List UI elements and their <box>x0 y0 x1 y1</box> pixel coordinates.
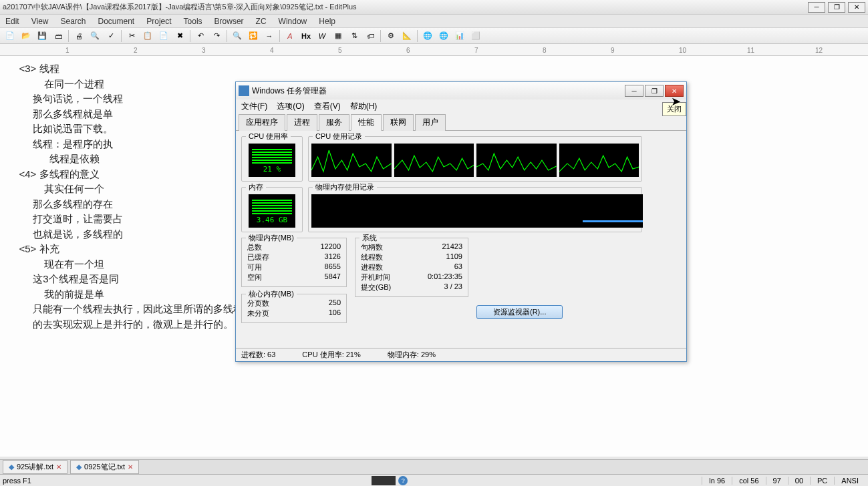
kernel-paged-value: 250 <box>329 298 341 308</box>
lab-icon[interactable]: 🏷 <box>363 29 378 43</box>
paste-icon[interactable]: 📄 <box>156 29 171 43</box>
tm-menu-help[interactable]: 帮助(H) <box>350 101 378 112</box>
save-icon[interactable]: 💾 <box>35 29 49 43</box>
sys-handles-value: 21423 <box>442 242 462 252</box>
ime-icon[interactable] <box>372 476 396 485</box>
menu-edit[interactable]: Edit <box>5 17 19 26</box>
tab-label: 925讲解.txt <box>17 462 53 472</box>
open-file-icon[interactable]: 📂 <box>19 29 33 43</box>
system-box: 系统 句柄数21423 线程数1109 进程数63 开机时间0:01:23:35… <box>355 238 468 297</box>
memory-value: 3.46 GB <box>257 216 287 224</box>
menu-browser[interactable]: Browser <box>214 17 244 26</box>
tm-menu-options[interactable]: 选项(O) <box>277 101 304 112</box>
tool3-icon[interactable]: 📊 <box>452 29 467 43</box>
tm-menu-file[interactable]: 文件(F) <box>241 101 267 112</box>
cut-icon[interactable]: ✂ <box>124 29 139 43</box>
tm-status-memory: 物理内存: 29% <box>388 350 436 360</box>
goto-icon[interactable]: → <box>262 29 277 43</box>
grid-icon[interactable]: ▦ <box>331 29 345 43</box>
find-icon[interactable]: 🔍 <box>230 29 245 43</box>
tm-tab-performance[interactable]: 性能 <box>351 114 382 131</box>
font-a-icon[interactable]: A <box>283 29 297 43</box>
ruler-9: 9 <box>611 47 615 54</box>
w-icon[interactable]: W <box>315 29 329 43</box>
tm-tabs: 应用程序 进程 服务 性能 联网 用户 <box>236 114 686 131</box>
ruler-7: 7 <box>474 47 478 54</box>
tool-icon[interactable]: ⚙ <box>384 29 398 43</box>
tm-maximize-button[interactable]: ❐ <box>645 85 664 97</box>
menu-view[interactable]: View <box>31 17 49 26</box>
separator <box>227 30 227 42</box>
cpu-usage-label: CPU 使用率 <box>246 132 291 142</box>
ruler-10: 10 <box>679 47 686 54</box>
status-col: col 56 <box>732 477 765 485</box>
sys-threads-label: 线程数 <box>361 252 383 262</box>
undo-icon[interactable]: ↶ <box>193 29 208 43</box>
close-icon[interactable]: ✕ <box>128 463 133 471</box>
physmem-cache-label: 已缓存 <box>247 252 269 262</box>
close-button[interactable]: ✕ <box>848 2 865 13</box>
hx-icon[interactable]: Hx <box>299 29 313 43</box>
print-icon[interactable]: 🖨 <box>71 29 86 43</box>
physmem-avail-label: 可用 <box>247 262 262 272</box>
physmem-cache-value: 3126 <box>325 252 341 262</box>
tm-tab-apps[interactable]: 应用程序 <box>239 114 285 131</box>
tm-tab-services[interactable]: 服务 <box>319 114 349 131</box>
spellcheck-icon[interactable]: ✓ <box>104 29 118 43</box>
physmem-title: 物理内存(MB) <box>246 233 297 243</box>
copy-icon[interactable]: 📋 <box>140 29 155 43</box>
tm-title-bar[interactable]: Windows 任务管理器 ─ ❐ ✕ <box>236 82 686 99</box>
tm-menu-view[interactable]: 查看(V) <box>314 101 341 112</box>
browser1-icon[interactable]: 🌐 <box>420 29 435 43</box>
minimize-button[interactable]: ─ <box>808 2 825 13</box>
close-icon[interactable]: ✕ <box>56 463 61 471</box>
sys-uptime-value: 0:01:23:35 <box>428 272 462 282</box>
document-tab-bar: ◆ 925讲解.txt ✕ ◆ 0925笔记.txt ✕ <box>0 459 868 474</box>
menu-zc[interactable]: ZC <box>256 17 267 26</box>
status-bar: press F1 ? ln 96 col 56 97 00 PC ANSI <box>0 474 868 486</box>
title-bar: a201707\中软JAVA课件\【Java课程体系2017版】-Java编程语… <box>0 0 868 15</box>
tm-tab-processes[interactable]: 进程 <box>287 114 317 131</box>
memory-history-group: 物理内存使用记录 <box>308 187 642 232</box>
separator <box>279 30 280 42</box>
menu-search[interactable]: Search <box>60 17 86 26</box>
cpu-core-3-graph <box>476 144 557 177</box>
resource-monitor-button[interactable]: 资源监视器(R)... <box>476 305 563 319</box>
tm-tab-users[interactable]: 用户 <box>415 114 446 131</box>
status-line: ln 96 <box>702 477 732 485</box>
kernel-nonpaged-value: 106 <box>329 308 341 318</box>
menu-tools[interactable]: Tools <box>184 17 202 26</box>
menu-help[interactable]: Help <box>319 17 335 26</box>
save-all-icon[interactable]: 🗃 <box>51 29 65 43</box>
tm-minimize-button[interactable]: ─ <box>625 85 643 97</box>
tool4-icon[interactable]: ⬜ <box>468 29 483 43</box>
memory-history-label: 物理内存使用记录 <box>313 182 377 192</box>
menu-document[interactable]: Document <box>98 17 135 26</box>
task-manager-window: Windows 任务管理器 ─ ❐ ✕ ➤ 关闭 文件(F) 选项(O) 查看(… <box>235 81 687 362</box>
tool2-icon[interactable]: 📐 <box>400 29 414 43</box>
new-file-icon[interactable]: 📄 <box>3 29 17 43</box>
kernel-title: 核心内存(MB) <box>246 289 297 299</box>
tm-tab-network[interactable]: 联网 <box>383 114 414 131</box>
file-tab-1[interactable]: ◆ 925讲解.txt ✕ <box>3 460 67 474</box>
cpu-history-group: CPU 使用记录 <box>308 136 642 182</box>
replace-icon[interactable]: 🔁 <box>246 29 261 43</box>
arrows-icon[interactable]: ⇅ <box>347 29 361 43</box>
maximize-button[interactable]: ❐ <box>828 2 845 13</box>
preview-icon[interactable]: 🔍 <box>88 29 102 43</box>
physmem-total-label: 总数 <box>247 242 262 252</box>
help-icon[interactable]: ? <box>398 476 408 485</box>
delete-icon[interactable]: ✖ <box>172 29 187 43</box>
browser2-icon[interactable]: 🌐 <box>436 29 451 43</box>
separator <box>68 30 69 42</box>
menu-window[interactable]: Window <box>279 17 307 26</box>
ruler-5: 5 <box>338 47 342 54</box>
file-tab-2[interactable]: ◆ 0925笔记.txt ✕ <box>70 460 139 474</box>
tm-status-processes: 进程数: 63 <box>241 350 275 360</box>
menu-project[interactable]: Project <box>146 17 171 26</box>
status-pc: PC <box>810 477 834 485</box>
window-title: a201707\中软JAVA课件\【Java课程体系2017版】-Java编程语… <box>3 2 808 12</box>
mem-gauge-bars <box>252 198 292 214</box>
physmem-avail-value: 8655 <box>325 262 341 272</box>
redo-icon[interactable]: ↷ <box>209 29 224 43</box>
